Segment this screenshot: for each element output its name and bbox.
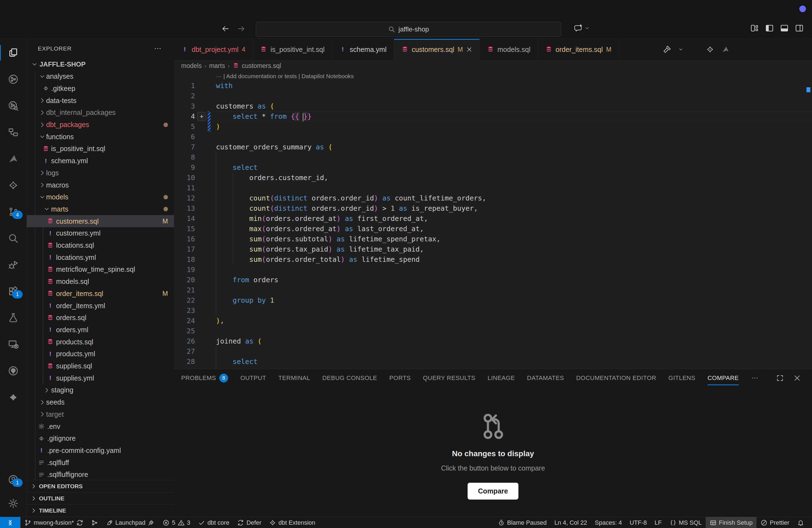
codelens-actions[interactable]: ··· | Add documentation or tests | Datap… [216,73,354,79]
sidebar-section-outline[interactable]: OUTLINE [27,492,174,504]
status-cursor-position[interactable]: Ln 4, Col 22 [550,517,591,528]
sidebar-right-icon[interactable] [795,24,804,33]
panel-tab-lineage[interactable]: LINEAGE [488,369,515,387]
activity-item-dbt-lineage[interactable] [0,69,27,89]
tree-file-orders-yml[interactable]: !orders.yml [27,324,174,336]
panel-tab-gitlens[interactable]: GITLENS [668,369,695,387]
tree-folder-models[interactable]: models [27,191,174,203]
tree-folder-jaffle-shop[interactable]: JAFFLE-SHOP [27,58,174,70]
tree-file-orders-sql[interactable]: orders.sql [27,312,174,324]
status-eol[interactable]: LF [651,517,666,528]
tab-customers-sql[interactable]: customers.sqlM [394,39,480,60]
remote-indicator[interactable] [0,517,20,528]
breadcrumb-item[interactable]: marts [209,62,225,70]
status-indentation[interactable]: Spaces: 4 [591,517,626,528]
tree-file--env[interactable]: .env [27,420,174,432]
status-finish-setup[interactable]: Finish Setup [706,517,756,528]
copilot-menu[interactable] [574,24,590,33]
close-tab-icon[interactable] [466,46,472,53]
tree-file-customers-sql[interactable]: customers.sqlM [27,215,174,227]
tree-folder-macros[interactable]: macros [27,179,174,191]
status-graph[interactable] [87,517,102,528]
panel-bottom-icon[interactable] [780,24,789,33]
tree-file--gitignore[interactable]: .gitignore [27,432,174,444]
tree-file-supplies-yml[interactable]: !supplies.yml [27,372,174,384]
tab-models-sql[interactable]: models.sql [480,39,538,60]
status-launchpad[interactable]: Launchpad [102,517,159,528]
panel-tab-debug-console[interactable]: DEBUG CONSOLE [322,369,377,387]
close-panel-icon[interactable] [793,374,801,382]
status-language-mode[interactable]: MS SQL [666,517,706,528]
tree-folder-dbt-packages[interactable]: dbt_packages [27,119,174,131]
activity-item-extensions[interactable]: 1 [0,281,27,301]
tree-folder-dbt-internal-packages[interactable]: dbt_internal_packages [27,107,174,119]
status-notifications[interactable] [793,517,808,528]
status-branch[interactable]: mwong-fusion* [20,517,87,528]
split-editor-icon[interactable] [783,45,792,54]
tree-file--pre-commit-config-yaml[interactable]: !.pre-commit-config.yaml [27,444,174,456]
tab-schema-yml[interactable]: !schema.yml [332,39,394,60]
tree-file-locations-sql[interactable]: locations.sql [27,239,174,252]
tree-folder-target[interactable]: target [27,408,174,420]
activity-item-datapilot[interactable] [0,149,27,169]
activity-item-search[interactable] [0,229,27,248]
tree-folder-marts[interactable]: marts [27,203,174,215]
activity-item-dbt-query-explorer[interactable] [0,96,27,116]
activity-item-flow[interactable] [0,122,27,142]
tree-file-order-items-sql[interactable]: order_items.sqlM [27,288,174,299]
activity-item-accounts[interactable]: 1 [0,470,27,489]
code-icon[interactable] [737,45,745,54]
layout-customize-icon[interactable] [750,24,759,33]
activity-item-explorer[interactable] [0,43,27,63]
activity-item-dbt-power-user[interactable] [0,175,27,195]
panel-tab-terminal[interactable]: TERMINAL [278,369,310,387]
status-problems[interactable]: 53 [159,517,194,528]
activity-item-remote-explorer[interactable] [0,334,27,354]
tree-folder-staging[interactable]: staging [27,384,174,396]
panel-tab-output[interactable]: OUTPUT [240,369,266,387]
nav-forward-icon[interactable] [237,24,246,33]
panel-tab-datamates[interactable]: DATAMATES [527,369,564,387]
tree-file-supplies-sql[interactable]: supplies.sql [27,360,174,372]
tree-file--gitkeep[interactable]: .gitkeep [27,82,174,94]
tree-folder-analyses[interactable]: analyses [27,70,174,83]
tree-file-locations-yml[interactable]: !locations.yml [27,251,174,263]
more-tabs-icon[interactable] [751,374,759,382]
query-results-icon[interactable] [768,45,776,54]
tab-dbt-project-yml[interactable]: !dbt_project.yml4 [174,39,253,60]
status-defer[interactable]: Defer [233,517,265,528]
status-encoding[interactable]: UTF-8 [626,517,651,528]
status-blame[interactable]: Blame Paused [494,517,550,528]
code-editor[interactable]: ··· | Add documentation or tests | Datap… [174,71,812,369]
activity-item-run-and-debug[interactable] [0,255,27,275]
breadcrumb[interactable]: models›marts›customers.sql [174,60,812,71]
command-center-search[interactable]: jaffle-shop [256,21,561,37]
tree-file--sqlfluff[interactable]: .sqlfluff [27,456,174,469]
tree-file-models-sql[interactable]: models.sql [27,276,174,288]
nav-back-icon[interactable] [221,24,230,33]
status-dbt-core[interactable]: dbt core [194,517,233,528]
git-compare-icon[interactable] [752,45,760,54]
tree-file-order-items-yml[interactable]: !order_items.yml [27,299,174,312]
run-icon[interactable] [691,45,699,54]
hammer-chevron-icon[interactable] [663,45,671,54]
tree-folder-seeds[interactable]: seeds [27,396,174,408]
activity-item-github[interactable] [0,361,27,381]
tree-file-schema-yml[interactable]: !schema.yml [27,155,174,167]
breadcrumb-item[interactable]: customers.sql [242,62,281,70]
breadcrumb-item[interactable]: models [181,62,202,70]
panel-tab-query-results[interactable]: QUERY RESULTS [423,369,475,387]
compare-button[interactable]: Compare [468,483,518,500]
panel-tab-ports[interactable]: PORTS [389,369,411,387]
tree-folder-data-tests[interactable]: data-tests [27,94,174,107]
tab-is-positive-int-sql[interactable]: is_positive_int.sql [253,39,332,60]
activity-item-source-control[interactable]: 4 [0,202,27,222]
sidebar-left-icon[interactable] [765,24,774,33]
tree-file--sqlfluffignore[interactable]: .sqlfluffignore [27,469,174,480]
tree-file-customers-yml[interactable]: !customers.yml [27,227,174,239]
gutter-add-button[interactable]: + [197,112,206,121]
explorer-more-actions-icon[interactable] [154,44,162,53]
datapilot-icon[interactable] [721,45,730,54]
more-actions-icon[interactable] [799,45,807,54]
tree-folder-functions[interactable]: functions [27,131,174,143]
